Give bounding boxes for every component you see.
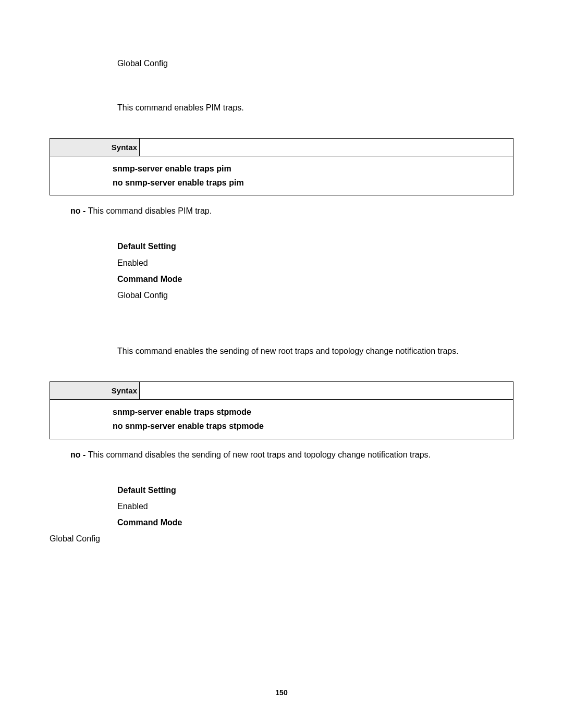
syntax-header-empty <box>140 139 513 156</box>
syntax-body-row: snmp-server enable traps pim no snmp-ser… <box>50 156 513 195</box>
no-prefix: no - <box>70 206 88 215</box>
section2-description: This command enables PIM traps. <box>117 102 513 114</box>
section3-description-block: This command enables the sending of new … <box>117 345 513 357</box>
no-prefix: no - <box>70 450 88 459</box>
section2-syntax-table: Syntax snmp-server enable traps pim no s… <box>50 138 513 195</box>
syntax-line1: snmp-server enable traps stpmode <box>113 405 513 419</box>
section2-description-block: This command enables PIM traps. <box>117 102 513 114</box>
page-number: 150 <box>0 688 563 697</box>
section1-mode-value: Global Config <box>117 57 513 70</box>
syntax-header-row: Syntax <box>50 139 513 156</box>
syntax-label: Syntax <box>50 139 140 156</box>
syntax-line2: no snmp-server enable traps pim <box>113 176 513 190</box>
syntax-body-cell: snmp-server enable traps pim no snmp-ser… <box>50 156 513 195</box>
section1-mode-block: Global Config <box>117 57 513 70</box>
syntax-body-cell: snmp-server enable traps stpmode no snmp… <box>50 400 513 439</box>
gap <box>50 73 513 102</box>
gap <box>50 117 513 138</box>
section3-no-note: no - This command disables the sending o… <box>70 449 513 461</box>
section3-mode-label: Command Mode <box>117 514 513 530</box>
syntax-body-row: snmp-server enable traps stpmode no snmp… <box>50 400 513 439</box>
section2-mode-label: Command Mode <box>117 271 513 287</box>
gap <box>50 361 513 381</box>
section2-default-value: Enabled <box>117 255 513 271</box>
no-text: This command disables the sending of new… <box>88 450 431 459</box>
section2-mode-value: Global Config <box>117 287 513 303</box>
gap <box>50 303 513 345</box>
section3-default-label: Default Setting <box>117 482 513 498</box>
document-page: Global Config This command enables PIM t… <box>0 0 563 545</box>
section3-spec-block: Default Setting Enabled Command Mode <box>117 482 513 531</box>
section3-description: This command enables the sending of new … <box>117 345 513 357</box>
section3-syntax-table: Syntax snmp-server enable traps stpmode … <box>50 381 513 439</box>
section3-mode-value: Global Config <box>50 533 513 545</box>
syntax-line2: no snmp-server enable traps stpmode <box>113 419 513 433</box>
section2-default-label: Default Setting <box>117 238 513 254</box>
section3-default-value: Enabled <box>117 498 513 514</box>
section2-spec-block: Default Setting Enabled Command Mode Glo… <box>117 238 513 303</box>
syntax-label: Syntax <box>50 382 140 400</box>
syntax-header-row: Syntax <box>50 382 513 400</box>
no-text: This command disables PIM trap. <box>88 206 212 215</box>
section2-no-note: no - This command disables PIM trap. <box>70 205 513 217</box>
syntax-header-empty <box>140 382 513 400</box>
syntax-line1: snmp-server enable traps pim <box>113 162 513 176</box>
